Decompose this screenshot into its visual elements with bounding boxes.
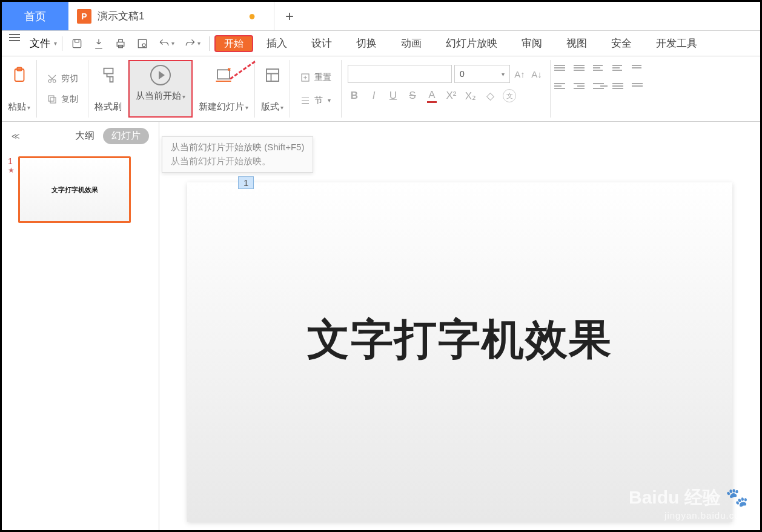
undo-icon[interactable]: ▾ bbox=[154, 34, 178, 53]
tooltip-title: 从当前幻灯片开始放映 (Shift+F5) bbox=[171, 142, 304, 153]
print-preview-icon[interactable] bbox=[133, 34, 152, 53]
italic-button[interactable]: I bbox=[367, 89, 380, 102]
align-right-icon[interactable] bbox=[593, 83, 608, 95]
new-slide-icon[interactable] bbox=[213, 65, 234, 85]
format-painter-icon[interactable] bbox=[98, 65, 119, 85]
tab-animation[interactable]: 动画 bbox=[390, 31, 432, 56]
increase-indent-icon[interactable] bbox=[612, 65, 627, 77]
format-painter-button[interactable]: 格式刷 bbox=[94, 101, 122, 113]
svg-rect-12 bbox=[104, 68, 113, 74]
slide-title-text[interactable]: 文字打字机效果 bbox=[307, 311, 612, 368]
copy-button[interactable]: 复制 bbox=[43, 91, 82, 107]
svg-point-5 bbox=[142, 44, 145, 47]
superscript-button[interactable]: X² bbox=[445, 89, 458, 102]
ribbon-toolbar: 粘贴▾ 剪切 复制 格式刷 从当前开始▾ 新建幻灯片▾ 版式▾ 重置 节▾ 0▾… bbox=[2, 56, 760, 122]
text-effect-button[interactable]: 文 bbox=[503, 89, 516, 102]
start-from-current-button[interactable]: 从当前开始▾ bbox=[128, 60, 193, 118]
watermark: Baidu 经验 🐾 jingyan.baidu.com bbox=[629, 485, 748, 520]
bullet-list-icon[interactable] bbox=[554, 65, 569, 77]
slide[interactable]: 1 文字打字机效果 bbox=[187, 182, 732, 522]
home-tab[interactable]: 首页 bbox=[2, 2, 68, 30]
bold-button[interactable]: B bbox=[348, 89, 361, 102]
svg-rect-1 bbox=[117, 42, 124, 46]
svg-rect-0 bbox=[73, 39, 81, 47]
section-button[interactable]: 节▾ bbox=[296, 93, 334, 108]
print-icon[interactable] bbox=[111, 34, 130, 53]
underline-button[interactable]: U bbox=[386, 89, 400, 102]
new-slide-button[interactable]: 新建幻灯片▾ bbox=[199, 101, 248, 113]
document-title: 演示文稿1 bbox=[98, 9, 144, 23]
unsaved-dot-icon: ● bbox=[248, 9, 256, 23]
tab-transition[interactable]: 切换 bbox=[345, 31, 388, 56]
menu-bar: 文件 ▾ ▾ ▾ 开始 插入 设计 切换 动画 幻灯片放映 审阅 视图 安全 开… bbox=[2, 31, 760, 56]
tab-developer[interactable]: 开发工具 bbox=[645, 31, 708, 56]
decrease-indent-icon[interactable] bbox=[593, 65, 608, 77]
collapse-panel-icon[interactable]: << bbox=[12, 131, 18, 141]
svg-rect-14 bbox=[267, 69, 279, 81]
font-color-button[interactable]: A bbox=[425, 89, 439, 102]
number-list-icon[interactable] bbox=[574, 65, 588, 77]
font-size-select[interactable]: 0▾ bbox=[454, 65, 510, 83]
layout-icon[interactable] bbox=[262, 65, 283, 85]
tab-slideshow[interactable]: 幻灯片放映 bbox=[435, 31, 508, 56]
animation-order-badge: 1 bbox=[238, 176, 254, 189]
font-family-select[interactable] bbox=[348, 65, 452, 83]
slide-thumbnail[interactable]: 文字打字机效果 bbox=[18, 156, 131, 223]
svg-rect-10 bbox=[50, 98, 56, 103]
align-left-icon[interactable] bbox=[554, 83, 569, 95]
tab-security[interactable]: 安全 bbox=[600, 31, 643, 56]
hamburger-menu-icon[interactable] bbox=[5, 34, 24, 53]
thumbnail-number: 1 bbox=[8, 156, 15, 166]
outline-tab[interactable]: 大纲 bbox=[75, 130, 94, 142]
redo-icon[interactable]: ▾ bbox=[181, 34, 204, 53]
align-center-icon[interactable] bbox=[574, 83, 588, 95]
work-area: << 大纲 幻灯片 1 ★ 文字打字机效果 1 文字打字机效果 bbox=[2, 122, 760, 530]
paragraph-group bbox=[550, 60, 650, 118]
justify-icon[interactable] bbox=[612, 83, 627, 95]
columns-icon[interactable] bbox=[632, 83, 646, 95]
reset-button[interactable]: 重置 bbox=[296, 70, 335, 85]
paste-icon[interactable] bbox=[9, 65, 30, 85]
tab-review[interactable]: 审阅 bbox=[511, 31, 553, 56]
svg-rect-2 bbox=[119, 39, 123, 42]
chevron-down-icon: ▾ bbox=[54, 40, 57, 47]
animation-marker-icon: ★ bbox=[8, 166, 15, 175]
highlight-button[interactable]: ◇ bbox=[483, 89, 497, 102]
paste-button[interactable]: 粘贴▾ bbox=[8, 101, 30, 113]
tab-start[interactable]: 开始 bbox=[214, 35, 253, 52]
slides-tab[interactable]: 幻灯片 bbox=[103, 128, 149, 144]
slide-canvas: 1 文字打字机效果 bbox=[159, 122, 760, 530]
decrease-font-icon[interactable]: A↓ bbox=[529, 65, 544, 82]
increase-font-icon[interactable]: A↑ bbox=[512, 65, 527, 82]
app-logo-icon: P bbox=[77, 9, 91, 24]
layout-button[interactable]: 版式▾ bbox=[261, 101, 283, 113]
slide-panel: << 大纲 幻灯片 1 ★ 文字打字机效果 bbox=[2, 122, 159, 530]
save-icon[interactable] bbox=[67, 34, 87, 53]
tab-view[interactable]: 视图 bbox=[555, 31, 598, 56]
tab-design[interactable]: 设计 bbox=[300, 31, 343, 56]
font-group: 0▾ A↑ A↓ B I U S A X² X₂ ◇ 文 bbox=[342, 60, 550, 118]
tooltip-desc: 从当前幻灯片开始放映。 bbox=[171, 156, 304, 167]
document-tab[interactable]: P 演示文稿1 ● bbox=[68, 2, 274, 30]
strikethrough-button[interactable]: S bbox=[406, 89, 419, 102]
svg-rect-13 bbox=[217, 70, 230, 79]
tooltip: 从当前幻灯片开始放映 (Shift+F5) 从当前幻灯片开始放映。 bbox=[162, 136, 313, 173]
paw-icon: 🐾 bbox=[726, 487, 748, 508]
cut-button[interactable]: 剪切 bbox=[43, 71, 82, 87]
subscript-button[interactable]: X₂ bbox=[464, 89, 477, 102]
paste-group: 粘贴▾ bbox=[2, 60, 37, 118]
format-painter-group: 格式刷 bbox=[88, 60, 128, 118]
tab-insert[interactable]: 插入 bbox=[256, 31, 298, 56]
new-tab-button[interactable]: + bbox=[274, 2, 305, 30]
file-menu[interactable]: 文件 bbox=[26, 36, 50, 50]
line-spacing-icon[interactable] bbox=[632, 65, 646, 77]
svg-rect-11 bbox=[48, 96, 54, 101]
play-icon bbox=[150, 65, 171, 85]
title-tab-bar: 首页 P 演示文稿1 ● + bbox=[2, 2, 760, 31]
export-icon[interactable] bbox=[89, 34, 108, 53]
